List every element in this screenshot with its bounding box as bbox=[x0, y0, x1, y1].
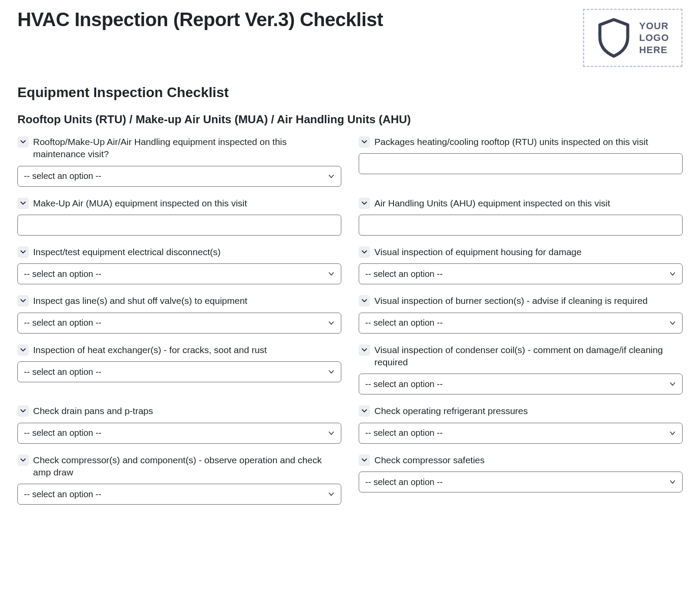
select-input[interactable]: -- select an option -- bbox=[17, 263, 341, 284]
chevron-down-icon bbox=[328, 491, 335, 498]
select-input[interactable]: -- select an option -- bbox=[359, 472, 683, 492]
select-input[interactable]: -- select an option -- bbox=[359, 263, 683, 284]
collapse-toggle[interactable] bbox=[359, 405, 370, 417]
select-value: -- select an option -- bbox=[365, 318, 443, 328]
field-drain-pans: Check drain pans and p-traps -- select a… bbox=[17, 405, 341, 443]
field-gas-line: Inspect gas line(s) and shut off valve(s… bbox=[17, 295, 341, 333]
section-title: Equipment Inspection Checklist bbox=[17, 84, 683, 101]
field-label: Visual inspection of condenser coil(s) -… bbox=[374, 344, 683, 369]
text-input[interactable] bbox=[17, 215, 341, 236]
chevron-down-icon bbox=[328, 368, 335, 375]
field-rtu-mua-ahu-inspected: Rooftop/Make-Up Air/Air Handling equipme… bbox=[17, 136, 341, 187]
select-value: -- select an option -- bbox=[365, 428, 443, 438]
field-burner-section: Visual inspection of burner section(s) -… bbox=[359, 295, 683, 333]
field-compressor-safeties: Check compressor safeties -- select an o… bbox=[359, 454, 683, 492]
chevron-down-icon bbox=[328, 173, 335, 180]
field-label: Air Handling Units (AHU) equipment inspe… bbox=[374, 197, 610, 209]
chevron-down-icon bbox=[328, 320, 335, 327]
text-input[interactable] bbox=[359, 215, 683, 236]
field-label: Make-Up Air (MUA) equipment inspected on… bbox=[33, 197, 247, 209]
select-value: -- select an option -- bbox=[24, 269, 101, 279]
field-condenser-coil: Visual inspection of condenser coil(s) -… bbox=[359, 344, 683, 395]
field-label: Visual inspection of burner section(s) -… bbox=[374, 295, 648, 307]
field-label: Inspect gas line(s) and shut off valve(s… bbox=[33, 295, 247, 307]
chevron-down-icon bbox=[669, 430, 676, 437]
collapse-toggle[interactable] bbox=[359, 295, 370, 307]
collapse-toggle[interactable] bbox=[17, 136, 29, 148]
chevron-down-icon bbox=[669, 381, 676, 387]
select-value: -- select an option -- bbox=[24, 367, 101, 377]
field-electrical-disconnect: Inspect/test equipment electrical discon… bbox=[17, 246, 341, 284]
collapse-toggle[interactable] bbox=[359, 198, 370, 209]
field-ahu-inspected: Air Handling Units (AHU) equipment inspe… bbox=[359, 197, 683, 236]
page-title: HVAC Inspection (Report Ver.3) Checklist bbox=[17, 9, 383, 30]
field-label: Inspection of heat exchanger(s) - for cr… bbox=[33, 344, 267, 356]
select-value: -- select an option -- bbox=[365, 477, 443, 487]
select-value: -- select an option -- bbox=[365, 379, 443, 389]
field-label: Check compressor(s) and component(s) - o… bbox=[33, 454, 341, 479]
chevron-down-icon bbox=[669, 270, 676, 277]
chevron-down-icon bbox=[669, 320, 676, 327]
collapse-toggle[interactable] bbox=[17, 246, 29, 258]
field-label: Packages heating/cooling rooftop (RTU) u… bbox=[374, 136, 648, 148]
collapse-toggle[interactable] bbox=[359, 136, 370, 148]
select-input[interactable]: -- select an option -- bbox=[17, 313, 341, 334]
field-label: Check operating refrigerant pressures bbox=[374, 405, 528, 417]
chevron-down-icon bbox=[669, 478, 676, 485]
logo-text: YOUR LOGO HERE bbox=[639, 20, 669, 56]
collapse-toggle[interactable] bbox=[17, 344, 29, 356]
select-input[interactable]: -- select an option -- bbox=[17, 423, 341, 444]
field-label: Check drain pans and p-traps bbox=[33, 405, 153, 417]
field-heat-exchanger: Inspection of heat exchanger(s) - for cr… bbox=[17, 344, 341, 382]
shield-icon bbox=[596, 18, 631, 58]
field-housing-damage: Visual inspection of equipment housing f… bbox=[359, 246, 683, 284]
field-label: Inspect/test equipment electrical discon… bbox=[33, 246, 221, 258]
select-input[interactable]: -- select an option -- bbox=[17, 361, 341, 382]
field-label: Check compressor safeties bbox=[374, 454, 485, 466]
select-input[interactable]: -- select an option -- bbox=[359, 313, 683, 334]
select-value: -- select an option -- bbox=[365, 269, 443, 279]
collapse-toggle[interactable] bbox=[359, 344, 370, 356]
collapse-toggle[interactable] bbox=[17, 198, 29, 209]
select-value: -- select an option -- bbox=[24, 489, 101, 499]
select-value: -- select an option -- bbox=[24, 428, 101, 438]
collapse-toggle[interactable] bbox=[17, 455, 29, 466]
select-value: -- select an option -- bbox=[24, 171, 101, 181]
field-label: Rooftop/Make-Up Air/Air Handling equipme… bbox=[33, 136, 341, 161]
subsection-title: Rooftop Units (RTU) / Make-up Air Units … bbox=[17, 113, 683, 126]
chevron-down-icon bbox=[328, 270, 335, 277]
collapse-toggle[interactable] bbox=[359, 455, 370, 466]
select-input[interactable]: -- select an option -- bbox=[17, 166, 341, 187]
collapse-toggle[interactable] bbox=[17, 405, 29, 417]
select-value: -- select an option -- bbox=[24, 318, 101, 328]
field-compressor-components: Check compressor(s) and component(s) - o… bbox=[17, 454, 341, 505]
text-input[interactable] bbox=[359, 153, 683, 174]
checklist-grid: Rooftop/Make-Up Air/Air Handling equipme… bbox=[17, 136, 683, 515]
logo-placeholder: YOUR LOGO HERE bbox=[583, 9, 683, 67]
field-label: Visual inspection of equipment housing f… bbox=[374, 246, 582, 258]
field-mua-inspected: Make-Up Air (MUA) equipment inspected on… bbox=[17, 197, 341, 236]
collapse-toggle[interactable] bbox=[17, 295, 29, 307]
field-refrigerant-pressures: Check operating refrigerant pressures --… bbox=[359, 405, 683, 443]
select-input[interactable]: -- select an option -- bbox=[359, 423, 683, 444]
chevron-down-icon bbox=[328, 430, 335, 437]
field-rtu-packages-inspected: Packages heating/cooling rooftop (RTU) u… bbox=[359, 136, 683, 174]
select-input[interactable]: -- select an option -- bbox=[17, 484, 341, 505]
collapse-toggle[interactable] bbox=[359, 246, 370, 258]
select-input[interactable]: -- select an option -- bbox=[359, 374, 683, 394]
